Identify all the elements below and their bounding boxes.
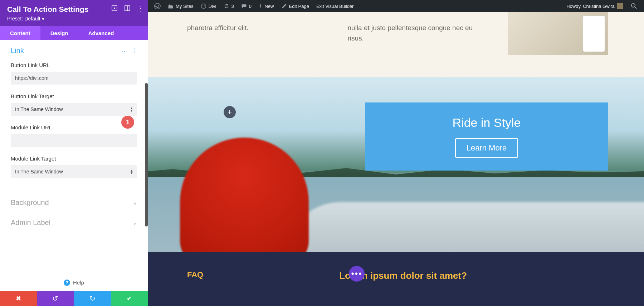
faq-heading: FAQ: [187, 270, 203, 279]
tab-design[interactable]: Design: [40, 26, 78, 40]
module-link-url-label: Module Link URL: [11, 124, 137, 130]
check-icon: ✔: [127, 295, 132, 302]
panel-header: Call To Action Settings Preset: Default …: [0, 0, 148, 26]
hero-person: [180, 138, 309, 256]
intro-text-row: pharetra efficitur elit. nulla et justo …: [148, 12, 644, 77]
my-sites-label: My Sites: [176, 4, 194, 9]
new-label: New: [265, 4, 274, 9]
module-link-target-label: Module Link Target: [11, 156, 137, 162]
site-name-label: Divi: [209, 4, 216, 9]
chevron-up-icon[interactable]: ︿: [121, 48, 126, 54]
page-preview: pharetra efficitur elit. nulla et justo …: [148, 12, 644, 306]
chevron-down-icon: ⌄: [132, 219, 137, 226]
help-icon: ?: [64, 279, 70, 286]
annotation-badge-1: 1: [121, 116, 134, 129]
cta-learn-more-button[interactable]: Learn More: [455, 138, 518, 158]
hero-boat: [284, 202, 644, 256]
search-toggle[interactable]: [627, 0, 641, 12]
comments-link[interactable]: 0: [238, 0, 255, 12]
add-module-button[interactable]: +: [224, 106, 236, 118]
hero-section: + Ride in Style Learn More: [148, 77, 644, 256]
footer-section: FAQ Lorem ipsum dolor sit amet? •••: [148, 252, 644, 306]
dots-icon: •••: [351, 269, 362, 279]
gauge-icon: [201, 3, 206, 9]
panel-body: Link ︿ ⋮ Button Link URL 1 Button Link T…: [0, 40, 148, 274]
intro-image: [508, 12, 608, 55]
chevron-down-icon: ⌄: [132, 199, 137, 206]
edit-page-label: Edit Page: [289, 4, 309, 9]
section-link-header[interactable]: Link ︿ ⋮: [0, 40, 148, 60]
intro-text-col2: nulla et justo pellentesque congue nec e…: [348, 23, 487, 55]
caret-down-icon: ▾: [42, 16, 44, 21]
help-bar[interactable]: ? Help: [0, 274, 148, 291]
section-background-title: Background: [11, 199, 49, 207]
undo-icon: ↺: [52, 294, 58, 303]
pencil-icon: [281, 3, 287, 9]
section-link-title: Link: [11, 47, 24, 55]
tab-content[interactable]: Content: [0, 26, 40, 40]
settings-tabs: Content Design Advanced: [0, 26, 148, 40]
howdy-label: Howdy, Christina Gwira: [566, 4, 615, 9]
my-sites-link[interactable]: My Sites: [164, 0, 197, 12]
undo-button[interactable]: ↺: [37, 291, 74, 306]
save-button[interactable]: ✔: [111, 291, 148, 306]
comment-icon: [241, 3, 247, 9]
updates-count: 3: [231, 4, 234, 9]
section-kebab-icon[interactable]: ⋮: [131, 47, 137, 54]
svg-point-4: [114, 8, 115, 9]
button-link-url-input[interactable]: [11, 72, 137, 85]
edit-page-link[interactable]: Edit Page: [278, 0, 313, 12]
redo-icon: ↻: [89, 294, 96, 303]
kebab-menu-icon[interactable]: ⋮: [137, 5, 143, 11]
close-icon: ✖: [16, 295, 21, 302]
button-link-url-label: Button Link URL: [11, 62, 137, 68]
wp-admin-bar: My Sites Divi 3 0 + New Edit Page Exit V…: [148, 0, 644, 12]
exit-visual-builder-link[interactable]: Exit Visual Builder: [313, 0, 357, 12]
howdy-link[interactable]: Howdy, Christina Gwira: [563, 0, 627, 12]
sites-icon: [168, 3, 174, 9]
cta-title: Ride in Style: [453, 116, 521, 130]
expand-icon[interactable]: [111, 5, 118, 11]
updates-link[interactable]: 3: [220, 0, 238, 12]
button-link-target-label: Button Link Target: [11, 93, 137, 99]
avatar: [617, 3, 623, 9]
plus-icon: +: [259, 3, 263, 10]
discard-button[interactable]: ✖: [0, 291, 37, 306]
svg-point-2: [631, 4, 635, 7]
section-background-header[interactable]: Background ⌄: [0, 192, 148, 212]
snap-icon[interactable]: [124, 5, 131, 11]
exit-vb-label: Exit Visual Builder: [316, 4, 354, 9]
preset-dropdown[interactable]: Preset: Default ▾: [7, 16, 141, 21]
tab-advanced[interactable]: Advanced: [78, 26, 124, 40]
panel-action-bar: ✖ ↺ ↻ ✔: [0, 291, 148, 306]
wordpress-icon: [154, 3, 161, 9]
section-admin-label-title: Admin Label: [11, 219, 50, 227]
wp-logo[interactable]: [151, 0, 164, 12]
intro-text-col1: pharetra efficitur elit.: [184, 23, 326, 55]
section-admin-label-header[interactable]: Admin Label ⌄: [0, 212, 148, 232]
module-settings-panel: Call To Action Settings Preset: Default …: [0, 0, 148, 306]
module-options-button[interactable]: •••: [349, 266, 365, 282]
help-label: Help: [73, 279, 84, 286]
comments-count: 0: [249, 4, 252, 9]
site-name-link[interactable]: Divi: [197, 0, 220, 12]
panel-scrollbar[interactable]: [145, 83, 148, 226]
refresh-icon: [224, 3, 229, 9]
search-icon: [630, 3, 638, 10]
redo-button[interactable]: ↻: [74, 291, 111, 306]
plus-icon: +: [228, 107, 232, 117]
module-link-target-select[interactable]: [11, 165, 137, 178]
module-link-url-input[interactable]: [11, 134, 137, 147]
new-link[interactable]: + New: [255, 0, 278, 12]
button-link-target-select[interactable]: [11, 103, 137, 116]
preset-label: Preset: Default: [7, 16, 40, 21]
cta-module[interactable]: Ride in Style Learn More: [365, 102, 608, 171]
